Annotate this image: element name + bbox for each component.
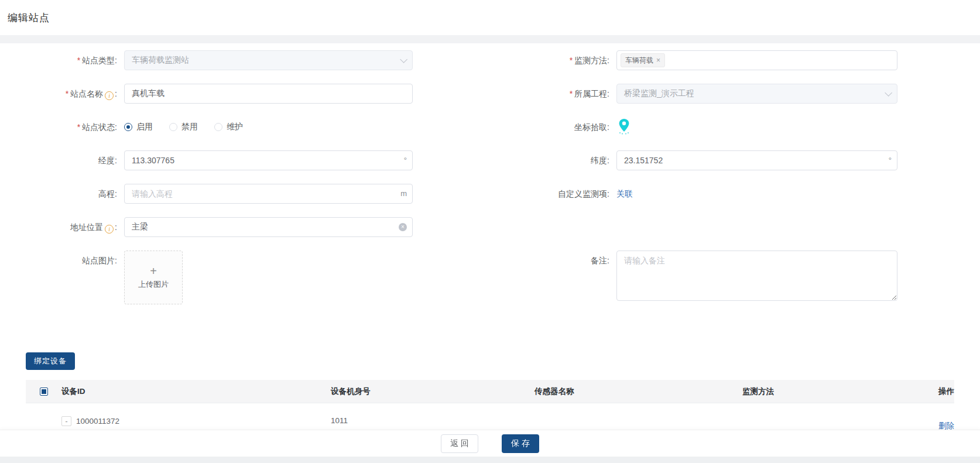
clear-input-icon[interactable]: × — [399, 223, 407, 231]
latitude-label: 纬度: — [534, 150, 616, 170]
longitude-label: 经度: — [0, 150, 124, 170]
checkbox-indeterminate-mark — [42, 389, 46, 394]
radio-icon — [124, 123, 132, 131]
project-select[interactable]: 桥梁监测_演示工程 — [616, 84, 897, 104]
page-bottom-strip — [0, 457, 980, 463]
save-button[interactable]: 保 存 — [502, 434, 539, 453]
remark-textarea[interactable] — [616, 251, 897, 301]
back-button[interactable]: 返 回 — [441, 434, 478, 453]
select-all-checkbox[interactable] — [40, 387, 48, 396]
location-pin-icon — [616, 118, 632, 136]
site-type-label: *站点类型: — [0, 50, 124, 70]
edit-site-form: *站点类型: 车辆荷载监测站 *监测方法: 车辆荷载 × — [0, 43, 980, 304]
footer-action-bar: 返 回 保 存 — [0, 430, 980, 457]
header-device-id: 设备ID — [61, 386, 331, 397]
device-id-cell: 1000011372 — [76, 417, 119, 426]
site-type-value: 车辆荷载监测站 — [132, 55, 189, 66]
project-value: 桥梁监测_演示工程 — [624, 88, 694, 99]
site-status-label: *站点状态: — [0, 117, 124, 137]
upload-image-button[interactable]: + 上传图片 — [124, 251, 183, 304]
device-table-header: 设备ID 设备机身号 传感器名称 监测方法 操作 — [26, 380, 954, 403]
radio-icon — [169, 123, 177, 131]
info-icon: i — [105, 225, 114, 234]
required-mark: * — [77, 122, 80, 132]
custom-monitor-label: 自定义监测项: — [534, 184, 616, 204]
device-section: 绑定设备 设备ID 设备机身号 传感器名称 监测方法 操作 - 10000113… — [0, 352, 980, 438]
site-status-radio-group: 启用 禁用 维护 — [124, 117, 413, 137]
longitude-input[interactable] — [124, 150, 413, 170]
radio-maintenance[interactable]: 维护 — [214, 122, 243, 132]
required-mark: * — [77, 56, 80, 65]
latitude-input[interactable] — [616, 150, 897, 170]
monitor-method-label: *监测方法: — [534, 50, 616, 70]
radio-disabled[interactable]: 禁用 — [169, 122, 198, 132]
plus-icon: + — [150, 265, 157, 277]
page-title: 编辑站点 — [8, 11, 50, 25]
site-name-input[interactable] — [124, 84, 413, 104]
monitor-method-multiselect[interactable]: 车辆荷载 × — [616, 50, 897, 70]
radio-enabled[interactable]: 启用 — [124, 122, 153, 132]
remark-label: 备注: — [534, 251, 616, 303]
coordinate-pick-button[interactable] — [616, 117, 897, 137]
required-mark: * — [66, 89, 68, 98]
associate-link[interactable]: 关联 — [616, 189, 633, 198]
header-divider — [0, 35, 980, 43]
degree-suffix: ° — [889, 150, 892, 170]
body-no-cell: 1011 — [331, 416, 534, 425]
delete-link[interactable]: 删除 — [938, 421, 954, 430]
header-action: 操作 — [922, 386, 954, 397]
chevron-down-icon — [885, 89, 892, 97]
project-label: *所属工程: — [534, 84, 616, 104]
required-mark: * — [570, 89, 573, 98]
elevation-input[interactable] — [124, 184, 413, 204]
address-input[interactable] — [124, 217, 413, 237]
elevation-label: 高程: — [0, 184, 124, 204]
bind-device-button[interactable]: 绑定设备 — [26, 352, 75, 370]
header-method: 监测方法 — [742, 386, 922, 397]
required-mark: * — [570, 56, 573, 65]
page-header: 编辑站点 — [0, 0, 980, 35]
tag-close-icon[interactable]: × — [656, 57, 660, 64]
chevron-down-icon — [400, 56, 407, 63]
site-image-label: 站点图片: — [0, 251, 124, 304]
collapse-row-icon[interactable]: - — [61, 416, 71, 426]
meter-suffix: m — [400, 184, 407, 204]
header-body-no: 设备机身号 — [331, 386, 534, 397]
header-sensor-name: 传感器名称 — [534, 386, 742, 397]
address-label: 地址位置i: — [0, 217, 124, 237]
site-name-label: *站点名称i: — [0, 84, 124, 104]
info-icon: i — [105, 91, 114, 100]
coord-pick-label: 坐标拾取: — [534, 117, 616, 137]
radio-icon — [214, 123, 222, 131]
degree-suffix: ° — [404, 150, 407, 170]
monitor-method-tag: 车辆荷载 × — [621, 53, 665, 67]
site-type-select[interactable]: 车辆荷载监测站 — [124, 50, 413, 70]
